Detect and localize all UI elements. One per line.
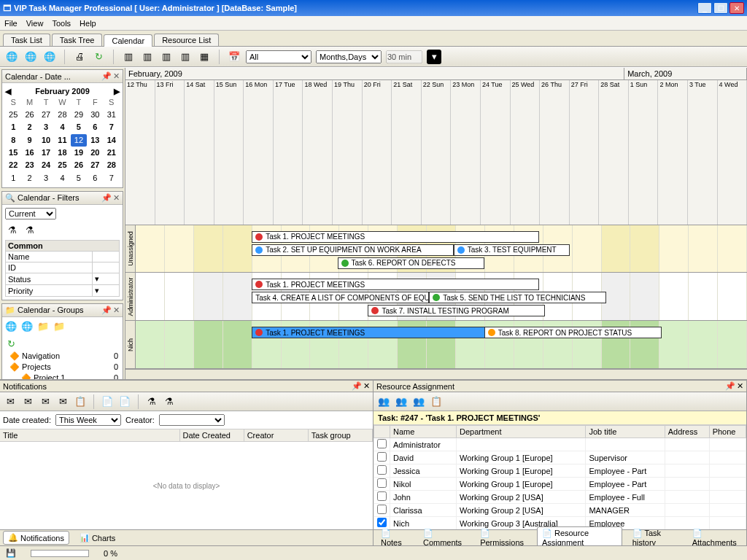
bottab-notifications[interactable]: 🔔 Notifications [3, 531, 69, 545]
pin-icon[interactable]: 📌 [352, 381, 362, 391]
funnel-icon[interactable]: ⚗ [144, 394, 159, 409]
date-created-select[interactable]: This Week [55, 414, 121, 426]
notif-btn2[interactable]: ✉ [20, 394, 35, 409]
assign-checkbox[interactable] [377, 491, 387, 501]
view4-icon[interactable]: ▥ [178, 50, 193, 64]
ra-btn3[interactable]: 👥 [411, 394, 426, 409]
interval-input[interactable] [386, 50, 422, 63]
mini-calendar[interactable]: ◀February 2009▶ SMTWTFS25262728293031123… [2, 83, 123, 187]
filter-select[interactable]: All [246, 50, 311, 63]
resource-grid[interactable]: NameDepartmentJob titleAddressPhoneAdmin… [374, 425, 746, 529]
assign-checkbox[interactable] [377, 478, 387, 488]
gantt-chart[interactable]: February, 2009 March, 2009 12 Thu13 Fri1… [125, 68, 747, 379]
close-icon[interactable]: ✕ [113, 306, 120, 315]
view1-icon[interactable]: ▥ [121, 50, 136, 64]
pin-icon[interactable]: 📌 [101, 193, 112, 203]
groups-tree[interactable]: 🔶 Navigation0🔶 Projects0🔶 Project 10🔶 Pr… [4, 351, 121, 379]
close-icon[interactable]: ✕ [113, 71, 120, 81]
tab-calendar[interactable]: Calendar [104, 34, 152, 47]
task-bar[interactable]: Task 6. REPORT ON DEFECTS [338, 257, 484, 269]
task-bar[interactable]: Task 1. PROJECT MEETINGS [252, 279, 539, 290]
menu-help[interactable]: Help [80, 19, 96, 28]
tree-item[interactable]: 🔶 Projects0 [4, 362, 121, 373]
notif-btn5[interactable]: 📋 [73, 394, 88, 409]
creator-select[interactable] [159, 414, 225, 426]
task-bar[interactable]: Task 4. CREATE A LIST OF COMPONENTS OF E… [252, 292, 429, 303]
assign-checkbox[interactable] [377, 518, 387, 527]
col-title[interactable]: Title [0, 429, 180, 441]
prev-month-icon[interactable]: ◀ [5, 86, 11, 97]
filter-row-id[interactable]: ID [6, 262, 93, 273]
filter-row-status[interactable]: Status [6, 273, 93, 285]
close-icon[interactable]: ✕ [363, 381, 370, 391]
ra-col[interactable]: Address [665, 426, 709, 438]
ra-col[interactable] [374, 426, 390, 438]
notif-btn7[interactable]: 📄 [117, 394, 132, 409]
close-button[interactable]: ✕ [729, 2, 744, 14]
table-row[interactable]: JessicaWorking Group 1 [Europe]Employee … [374, 464, 746, 478]
funnel-clear-icon[interactable]: ⚗ [23, 222, 37, 237]
assign-checkbox[interactable] [377, 505, 387, 514]
tree-item[interactable]: 🔶 Navigation0 [4, 351, 121, 362]
ra-col[interactable]: Phone [709, 426, 746, 438]
tab-task-list[interactable]: Task List [3, 34, 50, 46]
ra-col[interactable]: Department [456, 426, 585, 438]
col-date-created[interactable]: Date Created [180, 429, 244, 441]
group-add-icon[interactable]: 🌐 [4, 319, 18, 333]
menu-view[interactable]: View [26, 19, 44, 28]
tab-task-tree[interactable]: Task Tree [52, 34, 103, 46]
assign-checkbox[interactable] [377, 452, 387, 462]
pin-icon[interactable]: 📌 [101, 306, 112, 315]
group-refresh-icon[interactable]: ↻ [4, 336, 18, 351]
close-icon[interactable]: ✕ [737, 381, 743, 391]
table-row[interactable]: ClarissaWorking Group 2 [USA]MANAGER [374, 504, 746, 517]
ra-btn2[interactable]: 👥 [394, 394, 409, 409]
task-bar[interactable]: Task 7. INSTALL TESTING PROGRAM [368, 305, 545, 316]
globe-icon[interactable]: 🌐 [4, 50, 19, 64]
tree-item[interactable]: 🔶 Project 10 [4, 373, 121, 379]
filter-row-name[interactable]: Name [6, 252, 93, 262]
bottab-charts[interactable]: 📊 Charts [75, 532, 120, 544]
table-row[interactable]: JohnWorking Group 2 [USA]Employee - Full [374, 491, 746, 504]
common-header[interactable]: Common [6, 241, 120, 252]
pin-icon[interactable]: 📌 [725, 381, 735, 391]
notif-btn3[interactable]: ✉ [38, 394, 53, 409]
filter-preset-select[interactable]: Current [5, 208, 56, 219]
next-month-icon[interactable]: ▶ [114, 86, 120, 97]
scale-select[interactable]: Months,Days [316, 50, 382, 63]
close-icon[interactable]: ✕ [113, 193, 120, 203]
table-row[interactable]: DavidWorking Group 1 [Europe]Supervisor [374, 451, 746, 464]
view3-icon[interactable]: ▥ [159, 50, 174, 64]
globe-remove-icon[interactable]: 🌐 [42, 50, 57, 64]
funnel-icon[interactable]: ⚗ [5, 222, 20, 237]
pin-icon[interactable]: 📌 [101, 71, 112, 81]
table-row[interactable]: NikolWorking Group 1 [Europe]Employee - … [374, 478, 746, 491]
col-creator[interactable]: Creator [244, 429, 309, 441]
menu-file[interactable]: File [4, 19, 18, 28]
table-row[interactable]: Administrator [374, 438, 746, 451]
assign-checkbox[interactable] [377, 465, 387, 475]
gantt-scrollbar[interactable] [125, 369, 747, 379]
calendar-icon[interactable]: 📅 [227, 50, 241, 64]
ra-col[interactable]: Name [390, 426, 457, 438]
globe-add-icon[interactable]: 🌐 [23, 50, 38, 64]
task-bar[interactable]: Task 2. SET UP EQUIPMENT ON WORK AREA [252, 244, 454, 256]
group-folder-icon[interactable]: 📁 [36, 319, 50, 333]
tab-resource-list[interactable]: Resource List [154, 34, 219, 46]
task-bar[interactable]: Task 8. REPORT ON PROJECT STATUS [484, 327, 662, 338]
notif-btn1[interactable]: ✉ [3, 394, 18, 409]
group-delete-icon[interactable]: 📁 [52, 319, 66, 333]
refresh-icon[interactable]: ↻ [91, 50, 106, 64]
menu-tools[interactable]: Tools [52, 19, 71, 28]
notif-btn4[interactable]: ✉ [55, 394, 70, 409]
ra-col[interactable]: Job title [586, 426, 665, 438]
print-icon[interactable]: 🖨 [72, 50, 87, 64]
interval-dropdown[interactable]: ▾ [427, 50, 441, 64]
view2-icon[interactable]: ▥ [140, 50, 155, 64]
group-edit-icon[interactable]: 🌐 [20, 319, 34, 333]
col-task-group[interactable]: Task group [309, 429, 373, 441]
view5-icon[interactable]: ▦ [197, 50, 212, 64]
task-bar[interactable]: Task 1. PROJECT MEETINGS [252, 231, 539, 243]
minimize-button[interactable]: _ [697, 2, 712, 14]
maximize-button[interactable]: ☐ [713, 2, 728, 14]
